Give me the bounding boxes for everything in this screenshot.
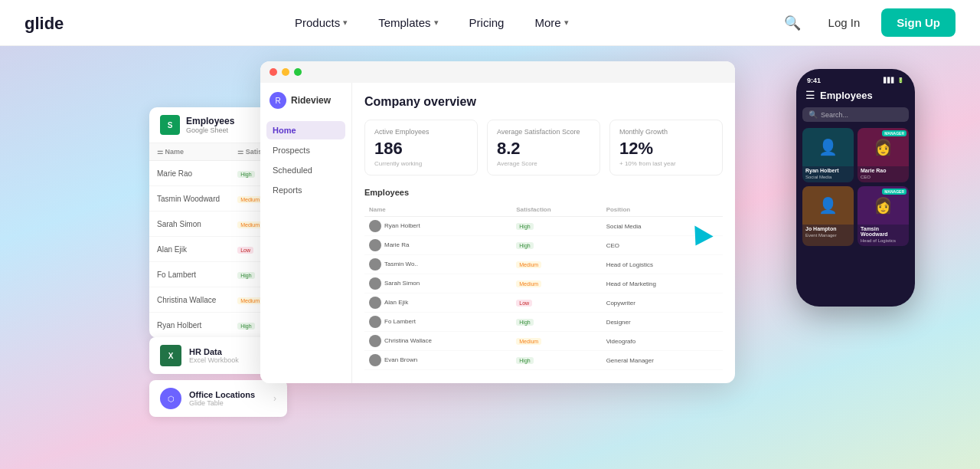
nav-more[interactable]: More ▾ [522,10,580,35]
list-item: 👤 Jo Hampton Event Manager [802,186,854,246]
source-info: S Employees Google Sheet [160,115,234,135]
navbar: glide Products ▾ Templates ▾ Pricing Mor… [0,0,980,46]
table-row: Christina Wallace Medium Videografo [364,332,723,351]
phone-header: ☰ Employees [802,89,909,107]
table-row: Marie Ra High CEO [364,236,723,255]
sidebar-item-scheduled[interactable]: Scheduled [266,161,345,179]
arrow-right-icon: › [273,393,276,404]
table-row: Ryan Holbert High Social Media [364,217,723,236]
stat-satisfaction: Average Satisfaction Score 8.2 Average S… [487,120,600,175]
chevron-down-icon: ▾ [343,18,348,28]
login-button[interactable]: Log In [816,10,873,35]
table-row: Alan Ejik Low Copywriter [364,294,723,313]
close-dot [270,68,277,76]
list-item: 👤 Ryan Holbert Social Media [802,128,854,182]
sidebar-item-prospects[interactable]: Prospects [266,141,345,159]
sheets-icon: S [160,115,180,135]
sidebar-item-reports[interactable]: Reports [266,181,345,199]
app-sidebar: R Rideview Home Prospects Scheduled Repo… [260,83,352,383]
phone-status-bar: 9:41 ▋▋▋ 🔋 [802,77,909,89]
nav-pricing[interactable]: Pricing [457,10,517,35]
manager-badge: MANAGER [882,189,906,195]
nav-actions: 🔍 Log In Sign Up [778,8,956,38]
svg-text:glide: glide [24,14,64,33]
excel-icon: X [160,345,181,366]
main-content: Company overview Active Employees 186 Cu… [352,83,735,383]
employees-section-title: Employees [364,188,723,197]
employees-main-table: Name Satisfaction Position Ryan Holbert … [364,203,723,370]
app-logo-icon: R [270,92,286,109]
maximize-dot [294,68,302,76]
manager-badge: MANAGER [882,130,906,136]
sidebar-logo: R Rideview [266,92,345,109]
window-chrome [260,61,735,83]
stat-growth: Monthly Growth 12% + 10% from last year [609,120,723,175]
nav-links: Products ▾ Templates ▾ Pricing More ▾ [283,10,581,35]
main-app-window: R Rideview Home Prospects Scheduled Repo… [260,61,735,383]
office-locations-card[interactable]: ⬡ Office Locations Glide Table › [149,380,287,417]
phone-mockup: 9:41 ▋▋▋ 🔋 ☰ Employees 🔍 Search... 👤 Rya… [796,69,915,307]
hamburger-icon: ☰ [805,89,815,101]
minimize-dot [282,68,289,76]
logo[interactable]: glide [24,12,86,34]
table-row: Sarah Simon Medium Head of Marketing [364,274,723,294]
nav-products[interactable]: Products ▾ [283,10,360,35]
list-item: MANAGER 👩 Tamsin Woodward Head of Logist… [858,186,909,246]
phone-search-bar[interactable]: 🔍 Search... [802,107,909,122]
list-item: MANAGER 👩 Marie Rao CEO [858,128,909,182]
table-row: Evan Brown High General Manager [364,351,723,370]
window-body: R Rideview Home Prospects Scheduled Repo… [260,83,735,383]
stat-active-employees: Active Employees 186 Currently working [364,120,478,175]
page-title: Company overview [364,95,723,109]
glide-icon: ⬡ [160,388,181,409]
nav-templates[interactable]: Templates ▾ [366,10,450,35]
table-row: Fo Lambert High Designer [364,313,723,332]
hero-section: S Employees Google Sheet ▾ ⚌ Name ⚌ Sati… [0,46,980,469]
sidebar-item-home[interactable]: Home [266,121,345,139]
chevron-down-icon: ▾ [564,18,569,28]
chevron-down-icon: ▾ [434,18,439,28]
search-button[interactable]: 🔍 [778,8,807,38]
stats-row: Active Employees 186 Currently working A… [364,120,723,175]
phone-employees-grid: 👤 Ryan Holbert Social Media MANAGER 👩 Ma… [802,128,909,246]
signup-button[interactable]: Sign Up [881,8,956,37]
search-icon: 🔍 [808,110,818,119]
table-row: Tasmin Wo.. Medium Head of Logistics [364,255,723,274]
